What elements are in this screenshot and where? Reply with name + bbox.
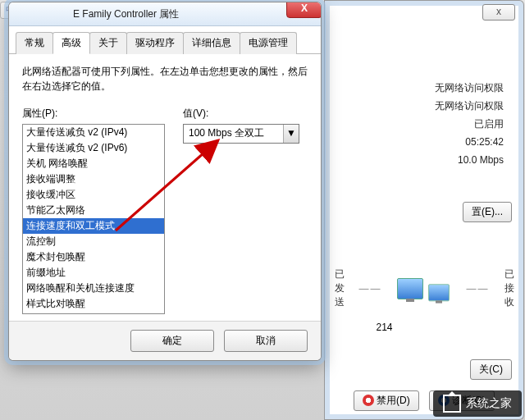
watermark-logo: 系统之家 — [433, 390, 522, 417]
properties-dialog: E Family Controller 属性 X 常规 高级 关于 驱动程序 详… — [8, 2, 322, 361]
chevron-down-icon[interactable]: ▼ — [283, 125, 299, 143]
settings-button[interactable]: 置(E)... — [463, 202, 512, 222]
monitor-icon — [428, 284, 450, 301]
tab-driver[interactable]: 驱动程序 — [126, 32, 184, 54]
tab-advanced[interactable]: 高级 — [52, 32, 90, 54]
dialog-title-text: E Family Controller 属性 — [73, 7, 179, 21]
list-item[interactable]: 关机 网络唤醒 — [23, 156, 164, 171]
dialog-footer: 确定 取消 — [9, 321, 321, 360]
activity-icon — [397, 278, 452, 299]
status-line: 05:25:42 — [336, 133, 504, 151]
list-item[interactable]: 流控制 — [23, 234, 164, 249]
dialog-titlebar[interactable]: E Family Controller 属性 X — [9, 2, 321, 26]
tab-details[interactable]: 详细信息 — [183, 32, 240, 54]
watermark-text: 系统之家 — [466, 396, 512, 411]
list-item-selected[interactable]: 连接速度和双工模式 — [23, 218, 164, 234]
list-item[interactable]: 接收端调整 — [23, 171, 164, 187]
value-column: 值(V): 100 Mbps 全双工 ▼ — [183, 107, 308, 314]
list-item[interactable]: 接收缓冲区 — [23, 187, 164, 203]
status-line: 无网络访问权限 — [336, 97, 504, 115]
list-item[interactable]: 大量传送减负 v2 (IPv4) — [23, 125, 164, 140]
hint-text: 此网络适配器可使用下列属性。在左边单击您想更改的属性，然后在右边选择它的值。 — [22, 64, 308, 94]
tab-power[interactable]: 电源管理 — [240, 32, 297, 54]
dialog-body: 此网络适配器可使用下列属性。在左边单击您想更改的属性，然后在右边选择它的值。 属… — [9, 54, 321, 321]
dash-icon: —— — [467, 283, 490, 294]
value-label: 值(V): — [183, 107, 308, 121]
list-item[interactable]: 网络唤醒和关机连接速度 — [23, 281, 164, 296]
dash-icon: —— — [359, 283, 382, 294]
tab-about[interactable]: 关于 — [89, 32, 127, 54]
close-button[interactable]: 关(C) — [470, 359, 512, 380]
property-listbox[interactable]: 大量传送减负 v2 (IPv4) 大量传送减负 v2 (IPv6) 关机 网络唤… — [22, 124, 165, 314]
combo-value: 100 Mbps 全双工 — [184, 125, 283, 143]
list-item[interactable]: 大量传送减负 v2 (IPv6) — [23, 140, 164, 156]
status-line: 已启用 — [336, 115, 504, 133]
dialog-close-button[interactable]: X — [286, 2, 322, 18]
property-column: 属性(P): 大量传送减负 v2 (IPv4) 大量传送减负 v2 (IPv6)… — [22, 107, 165, 314]
house-icon — [443, 395, 461, 413]
recv-label: 已接收 — [504, 267, 514, 309]
connection-status-block: 无网络访问权限 无网络访问权限 已启用 05:25:42 10.0 Mbps — [336, 79, 512, 169]
property-label: 属性(P): — [22, 107, 165, 121]
monitor-icon — [397, 278, 423, 299]
tab-general[interactable]: 常规 — [16, 32, 53, 54]
tab-strip: 常规 高级 关于 驱动程序 详细信息 电源管理 — [9, 26, 321, 54]
list-item[interactable]: 前缀地址 — [23, 265, 164, 281]
list-item[interactable]: 节能乙太网络 — [23, 203, 164, 218]
bg-close-button[interactable]: x — [482, 4, 515, 21]
sent-value: 214 — [376, 322, 392, 333]
list-item[interactable]: 优先级和VLAN — [23, 312, 164, 314]
status-line: 无网络访问权限 — [336, 79, 504, 97]
disable-button[interactable]: 禁用(D) — [354, 390, 419, 411]
list-item[interactable]: 魔术封包唤醒 — [23, 249, 164, 265]
network-status-window: x 无网络访问权限 无网络访问权限 已启用 05:25:42 10.0 Mbps… — [324, 0, 524, 420]
list-item[interactable]: 样式比对唤醒 — [23, 296, 164, 312]
block-icon — [363, 395, 374, 406]
value-combobox[interactable]: 100 Mbps 全双工 ▼ — [183, 124, 299, 144]
ok-button[interactable]: 确定 — [130, 330, 214, 352]
sent-label: 已发送 — [335, 267, 345, 309]
status-line: 10.0 Mbps — [336, 151, 504, 169]
cancel-button[interactable]: 取消 — [224, 330, 308, 352]
